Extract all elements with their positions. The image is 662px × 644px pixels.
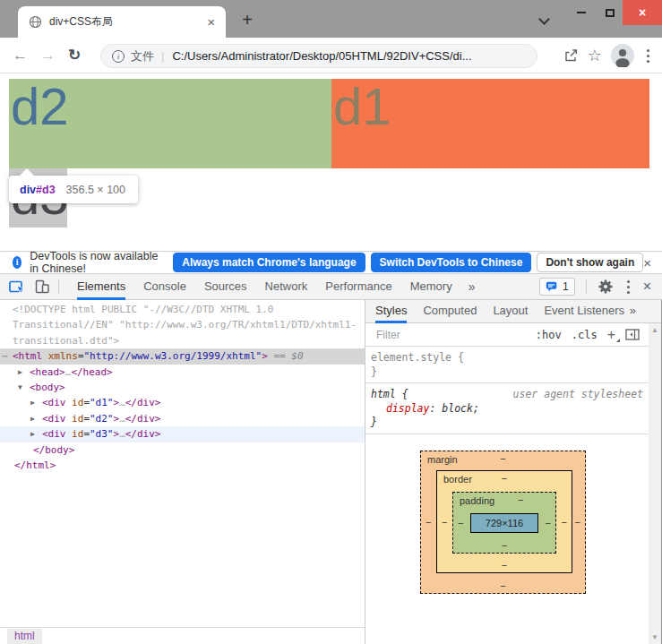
window-close-button[interactable]: ×: [623, 0, 662, 25]
window-minimize-button[interactable]: [568, 0, 595, 25]
avatar[interactable]: [611, 44, 634, 67]
box-model-margin[interactable]: margin − − − − border − − − − padding − …: [420, 451, 586, 594]
styles-tabs: StylesComputedLayoutEvent Listeners: [365, 300, 661, 323]
padding-left-value[interactable]: −: [458, 518, 463, 528]
infobar-close-icon[interactable]: ×: [643, 255, 651, 270]
scroll-up-icon[interactable]: ▲: [651, 326, 658, 334]
tab-styles[interactable]: Styles: [375, 300, 407, 323]
toggle-hover-state-button[interactable]: :hov: [536, 329, 562, 341]
tab-performance[interactable]: Performance: [325, 274, 391, 300]
more-tabs-icon[interactable]: »: [469, 279, 476, 294]
border-right-value[interactable]: −: [562, 517, 567, 528]
browser-menu-kebab-icon[interactable]: [647, 55, 649, 57]
page-viewport: d2 d1 d3 div #d3 356.5 × 100: [0, 73, 662, 251]
styles-scrollbar[interactable]: ▲ ▼: [649, 323, 661, 644]
margin-right-value[interactable]: −: [575, 517, 580, 528]
expand-arrow-down-icon[interactable]: ▼: [18, 380, 30, 395]
device-toolbar-icon[interactable]: [33, 278, 51, 296]
styles-panel: StylesComputedLayoutEvent Listeners » :h…: [365, 300, 661, 644]
border-left-value[interactable]: −: [442, 517, 447, 528]
window-maximize-button[interactable]: [597, 0, 623, 25]
tab-event-listeners[interactable]: Event Listeners: [544, 300, 624, 323]
elements-tree-row[interactable]: ▶<div id="d2">…</div>: [0, 411, 365, 426]
tooltip-id: #d3: [36, 184, 56, 196]
settings-gear-icon[interactable]: [598, 279, 614, 295]
tab-computed[interactable]: Computed: [423, 300, 477, 323]
bookmark-star-icon[interactable]: ☆: [588, 46, 602, 65]
box-model-padding[interactable]: padding − − − − 729×116: [452, 492, 556, 554]
margin-top-value[interactable]: −: [500, 453, 505, 464]
issues-counter[interactable]: 1: [539, 278, 575, 296]
toggle-class-button[interactable]: .cls: [572, 329, 598, 341]
breadcrumb-html[interactable]: html: [7, 629, 42, 644]
share-icon[interactable]: [563, 47, 579, 64]
elements-tree: <!DOCTYPE html PUBLIC "-//W3C//DTD XHTML…: [0, 300, 365, 473]
origin-chip-label[interactable]: 文件: [131, 48, 154, 64]
devtools-toolbar-right: 1 ×: [539, 278, 651, 296]
elements-tree-row[interactable]: ▶<div id="d1">…</div>: [0, 395, 365, 410]
origin-separator: |: [161, 49, 164, 63]
elements-tree-row[interactable]: </html>: [0, 458, 365, 473]
box-model-border[interactable]: border − − − − padding − − − − 729×116: [436, 470, 572, 573]
forward-icon[interactable]: →: [40, 47, 56, 64]
elements-tree-row[interactable]: ▼<body>: [0, 380, 365, 395]
html-ua-rule[interactable]: user agent stylesheet html { display: bl…: [365, 383, 661, 434]
rule-origin: user agent stylesheet: [513, 388, 643, 402]
page-info-icon[interactable]: i: [112, 50, 125, 63]
devtools-menu-kebab-icon[interactable]: [627, 286, 630, 288]
styles-rules: element.style { } user agent stylesheet …: [365, 347, 661, 434]
elements-tree-row[interactable]: <!DOCTYPE html PUBLIC "-//W3C//DTD XHTML…: [0, 302, 365, 317]
scroll-down-icon[interactable]: ▼: [651, 633, 658, 641]
margin-bottom-value[interactable]: −: [500, 580, 505, 591]
element-style-rule[interactable]: element.style { }: [365, 347, 661, 383]
issues-bubble-icon: [546, 280, 558, 293]
url-text[interactable]: C:/Users/Administrator/Desktop/05HTML/92…: [172, 49, 471, 63]
switch-devtools-chinese-button[interactable]: Switch DevTools to Chinese: [371, 253, 532, 272]
tab-layout[interactable]: Layout: [493, 300, 528, 323]
tab-close-icon[interactable]: ×: [203, 14, 219, 30]
elements-tree-row[interactable]: ⋯<html xmlns="http://www.w3.org/1999/xht…: [0, 348, 365, 364]
elements-tree-row[interactable]: ▶<head>…</head>: [0, 365, 365, 380]
padding-right-value[interactable]: −: [546, 518, 551, 528]
new-tab-button[interactable]: +: [236, 9, 258, 30]
css-value[interactable]: block;: [442, 402, 479, 415]
tab-network[interactable]: Network: [265, 274, 308, 300]
always-match-language-button[interactable]: Always match Chrome's language: [173, 253, 365, 272]
tooltip-dimensions: 356.5 × 100: [66, 184, 125, 196]
sidebar-toggle-icon[interactable]: [625, 328, 640, 341]
dont-show-again-button[interactable]: Don't show again: [537, 253, 643, 272]
tab-console[interactable]: Console: [143, 274, 186, 300]
devtools-close-icon[interactable]: ×: [643, 279, 651, 295]
tab-memory[interactable]: Memory: [410, 274, 452, 300]
css-property[interactable]: display: [386, 402, 429, 415]
elements-tree-row[interactable]: Transitional//EN" "http://www.w3.org/TR/…: [0, 317, 365, 332]
tab-elements[interactable]: Elements: [77, 274, 125, 300]
border-bottom-value[interactable]: −: [502, 560, 507, 571]
tab-search-chevron-icon[interactable]: [538, 13, 550, 25]
elements-tree-row[interactable]: transitional.dtd">: [0, 333, 365, 348]
globe-favicon-icon: [29, 15, 42, 29]
box-model-content[interactable]: 729×116: [470, 513, 538, 533]
expand-arrow-right-icon[interactable]: ▶: [30, 395, 42, 410]
elements-tree-row[interactable]: </body>: [0, 442, 365, 458]
infobar-message: DevTools is now available in Chinese!: [30, 250, 168, 275]
border-top-value[interactable]: −: [502, 473, 507, 484]
margin-left-value[interactable]: −: [426, 517, 431, 528]
styles-more-tabs-icon[interactable]: »: [630, 300, 636, 323]
browser-tab[interactable]: div+CSS布局 ×: [18, 6, 226, 38]
padding-bottom-value[interactable]: −: [502, 540, 507, 551]
devtools-infobar: i DevTools is now available in Chinese! …: [0, 251, 662, 274]
elements-tree-row[interactable]: ▶<div id="d3">…</div>: [0, 426, 365, 442]
padding-top-value[interactable]: −: [518, 494, 523, 505]
reload-icon[interactable]: ↻: [68, 46, 81, 64]
styles-filter-input[interactable]: [376, 329, 493, 341]
tab-sources[interactable]: Sources: [204, 274, 247, 300]
address-bar-actions: ☆: [563, 38, 653, 73]
omnibox[interactable]: i 文件 | C:/Users/Administrator/Desktop/05…: [100, 44, 537, 68]
inspect-element-icon[interactable]: [8, 278, 26, 296]
back-icon[interactable]: ←: [13, 47, 28, 64]
expand-arrow-right-icon[interactable]: ▶: [18, 365, 30, 380]
new-style-rule-button[interactable]: +: [607, 327, 615, 343]
expand-arrow-right-icon[interactable]: ▶: [30, 426, 42, 442]
expand-arrow-right-icon[interactable]: ▶: [30, 411, 42, 426]
